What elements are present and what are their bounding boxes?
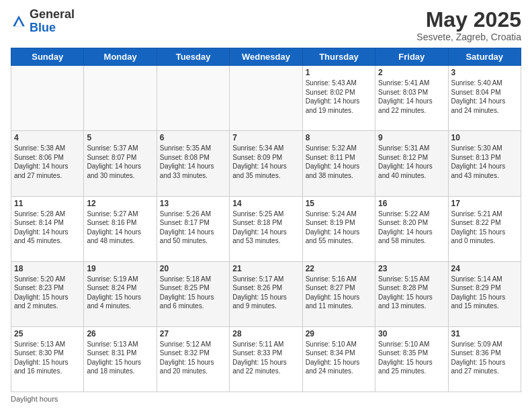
day-info: Sunrise: 5:13 AM Sunset: 8:30 PM Dayligh… <box>14 340 81 376</box>
day-header: Friday <box>375 48 448 66</box>
logo-blue-text: Blue <box>30 21 56 34</box>
day-header: Tuesday <box>157 48 229 66</box>
calendar-cell: 1Sunrise: 5:43 AM Sunset: 8:02 PM Daylig… <box>302 66 375 131</box>
footer-note: Daylight hours <box>11 395 521 403</box>
day-header: Wednesday <box>230 48 302 66</box>
title-block: May 2025 Sesvete, Zagreb, Croatia <box>416 8 521 42</box>
day-number: 3 <box>451 68 518 77</box>
day-info: Sunrise: 5:12 AM Sunset: 8:32 PM Dayligh… <box>160 340 226 376</box>
calendar-cell: 12Sunrise: 5:27 AM Sunset: 8:16 PM Dayli… <box>84 196 157 261</box>
day-info: Sunrise: 5:30 AM Sunset: 8:13 PM Dayligh… <box>451 144 518 180</box>
day-info: Sunrise: 5:24 AM Sunset: 8:19 PM Dayligh… <box>306 210 372 246</box>
calendar-cell: 16Sunrise: 5:22 AM Sunset: 8:20 PM Dayli… <box>375 196 448 261</box>
logo-icon <box>11 13 27 30</box>
day-info: Sunrise: 5:22 AM Sunset: 8:20 PM Dayligh… <box>378 210 445 246</box>
day-number: 15 <box>306 199 372 208</box>
day-info: Sunrise: 5:40 AM Sunset: 8:04 PM Dayligh… <box>451 79 518 115</box>
day-info: Sunrise: 5:21 AM Sunset: 8:22 PM Dayligh… <box>451 210 518 246</box>
day-header: Thursday <box>302 48 375 66</box>
day-number: 7 <box>232 133 299 142</box>
calendar-cell <box>11 66 84 131</box>
day-number: 5 <box>87 133 153 142</box>
day-number: 26 <box>87 329 153 338</box>
day-number: 30 <box>378 329 445 338</box>
day-number: 17 <box>451 199 518 208</box>
calendar-cell: 27Sunrise: 5:12 AM Sunset: 8:32 PM Dayli… <box>157 326 229 392</box>
calendar-cell: 13Sunrise: 5:26 AM Sunset: 8:17 PM Dayli… <box>157 196 229 261</box>
day-info: Sunrise: 5:28 AM Sunset: 8:14 PM Dayligh… <box>14 210 81 246</box>
day-info: Sunrise: 5:27 AM Sunset: 8:16 PM Dayligh… <box>87 210 153 246</box>
day-info: Sunrise: 5:15 AM Sunset: 8:28 PM Dayligh… <box>378 275 445 311</box>
calendar-cell: 25Sunrise: 5:13 AM Sunset: 8:30 PM Dayli… <box>11 326 84 392</box>
day-info: Sunrise: 5:19 AM Sunset: 8:24 PM Dayligh… <box>87 275 153 311</box>
day-number: 22 <box>306 264 372 273</box>
day-info: Sunrise: 5:25 AM Sunset: 8:18 PM Dayligh… <box>232 210 299 246</box>
calendar-cell <box>84 66 157 131</box>
calendar-cell: 2Sunrise: 5:41 AM Sunset: 8:03 PM Daylig… <box>375 66 448 131</box>
day-info: Sunrise: 5:38 AM Sunset: 8:06 PM Dayligh… <box>14 144 81 180</box>
calendar-cell <box>157 66 229 131</box>
day-number: 18 <box>14 264 81 273</box>
day-info: Sunrise: 5:09 AM Sunset: 8:36 PM Dayligh… <box>451 340 518 376</box>
calendar-cell: 18Sunrise: 5:20 AM Sunset: 8:23 PM Dayli… <box>11 261 84 326</box>
day-number: 4 <box>14 133 81 142</box>
day-info: Sunrise: 5:20 AM Sunset: 8:23 PM Dayligh… <box>14 275 81 311</box>
day-info: Sunrise: 5:26 AM Sunset: 8:17 PM Dayligh… <box>160 210 226 246</box>
calendar-cell: 20Sunrise: 5:18 AM Sunset: 8:25 PM Dayli… <box>157 261 229 326</box>
day-info: Sunrise: 5:37 AM Sunset: 8:07 PM Dayligh… <box>87 144 153 180</box>
day-number: 11 <box>14 199 81 208</box>
day-number: 20 <box>160 264 226 273</box>
location: Sesvete, Zagreb, Croatia <box>416 32 521 42</box>
day-header: Sunday <box>11 48 84 66</box>
day-header: Saturday <box>448 48 521 66</box>
calendar-table: SundayMondayTuesdayWednesdayThursdayFrid… <box>11 48 521 392</box>
day-number: 31 <box>451 329 518 338</box>
day-number: 29 <box>306 329 372 338</box>
calendar-cell: 19Sunrise: 5:19 AM Sunset: 8:24 PM Dayli… <box>84 261 157 326</box>
calendar-cell: 28Sunrise: 5:11 AM Sunset: 8:33 PM Dayli… <box>230 326 302 392</box>
day-number: 28 <box>232 329 299 338</box>
month-year: May 2025 <box>416 8 521 32</box>
calendar-cell: 10Sunrise: 5:30 AM Sunset: 8:13 PM Dayli… <box>448 131 521 196</box>
calendar-cell: 6Sunrise: 5:35 AM Sunset: 8:08 PM Daylig… <box>157 131 229 196</box>
day-info: Sunrise: 5:10 AM Sunset: 8:34 PM Dayligh… <box>306 340 372 376</box>
day-number: 27 <box>160 329 226 338</box>
calendar-cell: 17Sunrise: 5:21 AM Sunset: 8:22 PM Dayli… <box>448 196 521 261</box>
day-number: 25 <box>14 329 81 338</box>
calendar-cell: 9Sunrise: 5:31 AM Sunset: 8:12 PM Daylig… <box>375 131 448 196</box>
calendar-cell: 15Sunrise: 5:24 AM Sunset: 8:19 PM Dayli… <box>302 196 375 261</box>
calendar-cell <box>230 66 302 131</box>
day-info: Sunrise: 5:41 AM Sunset: 8:03 PM Dayligh… <box>378 79 445 115</box>
day-info: Sunrise: 5:11 AM Sunset: 8:33 PM Dayligh… <box>232 340 299 376</box>
calendar-cell: 26Sunrise: 5:13 AM Sunset: 8:31 PM Dayli… <box>84 326 157 392</box>
day-info: Sunrise: 5:32 AM Sunset: 8:11 PM Dayligh… <box>306 144 372 180</box>
calendar-cell: 5Sunrise: 5:37 AM Sunset: 8:07 PM Daylig… <box>84 131 157 196</box>
day-number: 10 <box>451 133 518 142</box>
day-info: Sunrise: 5:10 AM Sunset: 8:35 PM Dayligh… <box>378 340 445 376</box>
day-number: 2 <box>378 68 445 77</box>
day-info: Sunrise: 5:43 AM Sunset: 8:02 PM Dayligh… <box>306 79 372 115</box>
day-info: Sunrise: 5:35 AM Sunset: 8:08 PM Dayligh… <box>160 144 226 180</box>
day-number: 16 <box>378 199 445 208</box>
day-info: Sunrise: 5:34 AM Sunset: 8:09 PM Dayligh… <box>232 144 299 180</box>
day-number: 21 <box>232 264 299 273</box>
calendar-cell: 30Sunrise: 5:10 AM Sunset: 8:35 PM Dayli… <box>375 326 448 392</box>
day-info: Sunrise: 5:13 AM Sunset: 8:31 PM Dayligh… <box>87 340 153 376</box>
day-number: 12 <box>87 199 153 208</box>
day-number: 8 <box>306 133 372 142</box>
calendar-cell: 11Sunrise: 5:28 AM Sunset: 8:14 PM Dayli… <box>11 196 84 261</box>
calendar-cell: 8Sunrise: 5:32 AM Sunset: 8:11 PM Daylig… <box>302 131 375 196</box>
day-number: 1 <box>306 68 372 77</box>
day-number: 9 <box>378 133 445 142</box>
day-header: Monday <box>84 48 157 66</box>
logo-general-text: General <box>30 7 75 21</box>
day-number: 13 <box>160 199 226 208</box>
calendar-cell: 4Sunrise: 5:38 AM Sunset: 8:06 PM Daylig… <box>11 131 84 196</box>
day-number: 19 <box>87 264 153 273</box>
day-info: Sunrise: 5:18 AM Sunset: 8:25 PM Dayligh… <box>160 275 226 311</box>
day-info: Sunrise: 5:31 AM Sunset: 8:12 PM Dayligh… <box>378 144 445 180</box>
calendar-cell: 14Sunrise: 5:25 AM Sunset: 8:18 PM Dayli… <box>230 196 302 261</box>
calendar-cell: 31Sunrise: 5:09 AM Sunset: 8:36 PM Dayli… <box>448 326 521 392</box>
logo-text: General Blue <box>30 8 75 35</box>
calendar-cell: 24Sunrise: 5:14 AM Sunset: 8:29 PM Dayli… <box>448 261 521 326</box>
